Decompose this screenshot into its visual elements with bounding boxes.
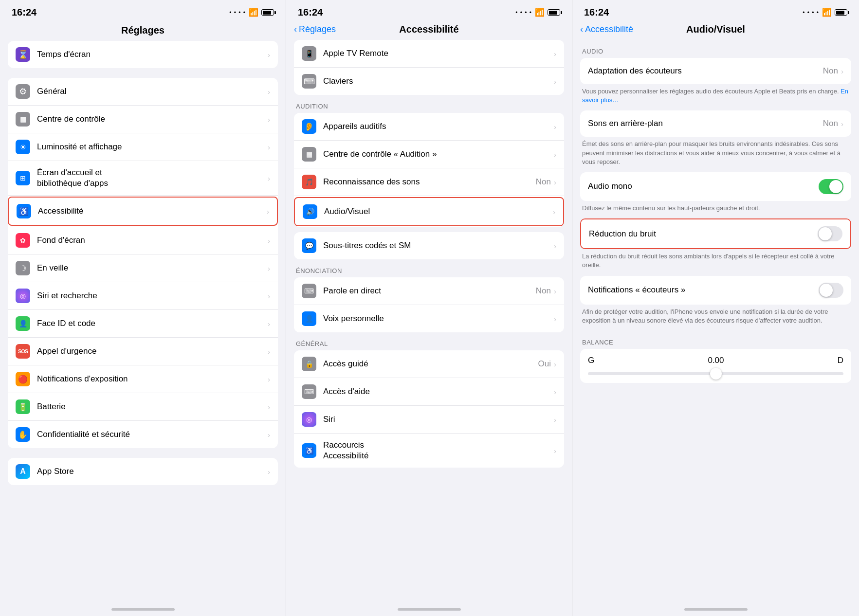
card-sons-arriere: Sons en arrière-plan Non ›	[580, 110, 851, 137]
status-bar-3: 16:24 • • • • 📶	[572, 0, 859, 22]
label-acces-guide: Accès guidé	[323, 359, 538, 369]
nav-row-3: ‹ Accessibilité Audio/Visuel	[572, 22, 859, 40]
section-main-1: ⌛ Temps d'écran ›	[8, 41, 278, 68]
row-reduction-bruit[interactable]: Réduction du bruit	[581, 219, 850, 248]
status-icons-1: • • • • 📶	[229, 8, 274, 17]
toggle-thumb-notif-ecouteurs	[820, 284, 833, 297]
row-notif-ecouteurs[interactable]: Notifications « écouteurs »	[580, 276, 851, 305]
row-siri[interactable]: ◎ Siri et recherche ›	[8, 282, 278, 310]
row-batterie[interactable]: 🔋 Batterie ›	[8, 393, 278, 421]
toggle-reduction-bruit[interactable]	[818, 226, 842, 241]
row-general[interactable]: ⚙ Général ›	[8, 78, 278, 106]
nav-title-2: Accessibilité	[399, 24, 458, 35]
signal-icon-2: • • • •	[515, 9, 532, 16]
row-apple-tv[interactable]: 📱 Apple TV Remote ›	[294, 40, 564, 68]
row-accessibilite[interactable]: ♿ Accessibilité ›	[8, 197, 278, 226]
status-time-2: 16:24	[298, 7, 323, 18]
section-audition: 👂 Appareils auditifs › ▦ Centre de contr…	[294, 113, 564, 227]
label-batterie: Batterie	[37, 401, 268, 412]
chevron-fond-ecran: ›	[268, 236, 270, 245]
icon-temps-ecran: ⌛	[16, 47, 30, 62]
row-siri-acc[interactable]: ◎ Siri ›	[294, 406, 564, 434]
icon-fond-ecran: ✿	[16, 233, 30, 248]
row-audio-mono[interactable]: Audio mono	[580, 172, 851, 201]
battery-icon-2	[548, 9, 560, 16]
row-urgence[interactable]: SOS Appel d'urgence ›	[8, 338, 278, 365]
icon-acces-guide: 🔒	[302, 357, 316, 371]
toggle-notif-ecouteurs[interactable]	[819, 283, 843, 298]
row-parole-direct[interactable]: ⌨ Parole en direct Non ›	[294, 277, 564, 305]
row-appareils-auditifs[interactable]: 👂 Appareils auditifs ›	[294, 113, 564, 141]
icon-urgence: SOS	[16, 344, 30, 359]
row-en-veille[interactable]: ☽ En veille ›	[8, 254, 278, 282]
back-label-2: Réglages	[299, 24, 336, 35]
row-sons-arriere[interactable]: Sons en arrière-plan Non ›	[580, 110, 851, 137]
label-temps-ecran: Temps d'écran	[37, 49, 268, 60]
balance-slider-thumb[interactable]	[710, 368, 722, 380]
row-fond-ecran[interactable]: ✿ Fond d'écran ›	[8, 227, 278, 254]
balance-label: BALANCE	[572, 331, 859, 349]
row-app-store[interactable]: A App Store ›	[8, 458, 278, 485]
toggle-audio-mono[interactable]	[819, 179, 843, 194]
row-acces-guide[interactable]: 🔒 Accès guidé Oui ›	[294, 350, 564, 378]
row-claviers[interactable]: ⌨ Claviers ›	[294, 68, 564, 95]
value-sons-arriere: Non	[823, 119, 838, 128]
label-claviers: Claviers	[323, 76, 554, 87]
chevron-ecran-accueil: ›	[268, 174, 270, 182]
section-label-audition: AUDITION	[286, 95, 572, 113]
icon-acces-aide: ⌨	[302, 384, 316, 399]
row-sous-titres[interactable]: 💬 Sous-titres codés et SM ›	[294, 232, 564, 259]
row-acces-aide[interactable]: ⌨ Accès d'aide ›	[294, 378, 564, 406]
label-faceid: Face ID et code	[37, 318, 268, 329]
home-indicator-3	[572, 602, 859, 616]
row-luminosite[interactable]: ☀ Luminosité et affichage ›	[8, 133, 278, 161]
row-adaptation[interactable]: Adaptation des écouteurs Non ›	[580, 58, 851, 84]
card-reduction-bruit-wrapper: Réduction du bruit	[580, 218, 851, 249]
row-centre-controle[interactable]: ▦ Centre de contrôle ›	[8, 106, 278, 133]
value-parole-direct: Non	[536, 286, 551, 296]
icon-reconnaissance-sons: 🎵	[302, 175, 316, 189]
chevron-faceid: ›	[268, 320, 270, 328]
value-acces-guide: Oui	[538, 359, 551, 369]
chevron-accessibilite: ›	[267, 207, 269, 216]
row-centre-audition[interactable]: ▦ Centre de contrôle « Audition » ›	[294, 141, 564, 168]
row-faceid[interactable]: 👤 Face ID et code ›	[8, 310, 278, 338]
status-bar-2: 16:24 • • • • 📶	[286, 0, 572, 22]
icon-batterie: 🔋	[16, 399, 30, 414]
icon-apple-tv: 📱	[302, 46, 316, 61]
row-ecran-accueil[interactable]: ⊞ Écran d'accueil et bibliothèque d'apps…	[8, 161, 278, 196]
chevron-audio-visuel: ›	[553, 208, 555, 216]
panel-audio-visuel: 16:24 • • • • 📶 ‹ Accessibilité Audio/Vi…	[572, 0, 859, 616]
label-reduction-bruit: Réduction du bruit	[589, 229, 818, 239]
chevron-en-veille: ›	[268, 264, 270, 272]
battery-fill-3	[836, 11, 845, 15]
row-raccourcis[interactable]: ♿ RaccourcisAccessibilité ›	[294, 434, 564, 468]
home-indicator-1	[0, 602, 286, 616]
back-button-3[interactable]: ‹ Accessibilité	[580, 24, 633, 35]
icon-audio-visuel: 🔊	[303, 204, 317, 219]
label-luminosite: Luminosité et affichage	[37, 142, 268, 152]
row-temps-ecran[interactable]: ⌛ Temps d'écran ›	[8, 41, 278, 68]
row-confidentialite[interactable]: ✋ Confidentialité et sécurité ›	[8, 421, 278, 448]
row-notif-expo[interactable]: 🔴 Notifications d'exposition ›	[8, 365, 278, 393]
section-label-enonciation: ÉNONCIATION	[286, 259, 572, 277]
row-audio-visuel[interactable]: 🔊 Audio/Visuel ›	[294, 197, 564, 226]
section-sous-titres: 💬 Sous-titres codés et SM ›	[294, 232, 564, 259]
row-voix-personnelle[interactable]: 👤 Voix personnelle ›	[294, 305, 564, 332]
accessibility-scroll: 📱 Apple TV Remote › ⌨ Claviers › AUDITIO…	[286, 40, 572, 602]
icon-siri-acc: ◎	[302, 412, 316, 427]
link-en-savoir-plus[interactable]: En savoir plus…	[582, 88, 848, 104]
label-centre-audition: Centre de contrôle « Audition »	[323, 149, 554, 160]
section-general-acc: 🔒 Accès guidé Oui › ⌨ Accès d'aide › ◎ S…	[294, 350, 564, 468]
balance-right: D	[838, 356, 843, 365]
chevron-reconnaissance-sons: ›	[554, 178, 556, 186]
chevron-parole-direct: ›	[554, 287, 556, 295]
chevron-general: ›	[268, 88, 270, 96]
battery-icon-3	[835, 9, 847, 16]
label-parole-direct: Parole en direct	[323, 286, 536, 296]
desc-notif-ecouteurs: Afin de protéger votre audition, l'iPhon…	[572, 305, 859, 331]
icon-general: ⚙	[16, 84, 30, 99]
card-adaptation: Adaptation des écouteurs Non ›	[580, 58, 851, 84]
back-button-2[interactable]: ‹ Réglages	[294, 24, 336, 35]
row-reconnaissance-sons[interactable]: 🎵 Reconnaissance des sons Non ›	[294, 168, 564, 196]
